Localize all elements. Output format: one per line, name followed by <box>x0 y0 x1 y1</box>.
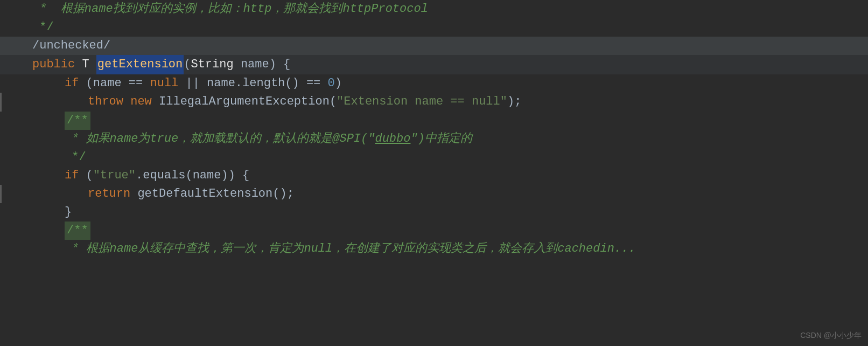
line-9-text: */ <box>65 148 86 167</box>
code-line-2: */ <box>0 18 868 37</box>
param-name: name) { <box>241 56 290 74</box>
code-line-11: return getDefaultExtension(); <box>0 185 868 203</box>
eq-op: == <box>129 74 150 93</box>
equals-call: .equals(name)) { <box>136 167 249 185</box>
keyword-null: null <box>150 74 185 93</box>
keyword-public: public <box>32 56 82 74</box>
if-paren-close: ) <box>335 74 342 93</box>
code-line-8: * 如果name为true，就加载默认的，默认的就是@SPI("dubbo")中… <box>0 130 868 148</box>
code-line-1: * 根据name找到对应的实例，比如：http，那就会找到httpProtoco… <box>0 0 868 18</box>
line-1-text: * 根据name找到对应的实例，比如：http，那就会找到httpProtoco… <box>32 0 428 18</box>
length-call: name.length() <box>207 74 306 93</box>
line-2-text: */ <box>32 18 54 37</box>
return-call: getDefaultExtension(); <box>137 185 293 203</box>
keyword-return: return <box>88 185 137 203</box>
code-line-6: throw new IllegalArgumentException( "Ext… <box>0 93 868 111</box>
true-string: "true" <box>93 167 136 185</box>
javadoc-open-tag: /** <box>65 112 90 130</box>
code-line-10: if ( "true" .equals(name)) { <box>0 167 868 185</box>
return-type: T <box>82 56 96 74</box>
param-type: String <box>191 56 240 74</box>
if-paren-open: (name <box>86 74 129 93</box>
keyword-new: new <box>130 93 159 111</box>
keyword-throw: throw <box>88 93 130 111</box>
if2-paren-open: ( <box>86 167 93 185</box>
code-line-3: /unchecked/ <box>0 37 868 55</box>
throw-semicolon: ); <box>507 93 521 111</box>
or-op: || <box>185 74 207 93</box>
code-line-9: */ <box>0 148 868 167</box>
line-14-text: * 根据name从缓存中查找，第一次，肯定为null，在创建了对应的实现类之后，… <box>65 240 635 258</box>
eq-op2: == <box>306 74 328 93</box>
code-editor: * 根据name找到对应的实例，比如：http，那就会找到httpProtoco… <box>0 0 868 346</box>
watermark: CSDN @小小少年 <box>800 330 862 342</box>
exception-string: "Extension name == null" <box>337 93 507 111</box>
code-line-5: if (name == null || name.length() == 0 ) <box>0 74 868 93</box>
zero: 0 <box>328 74 335 93</box>
code-line-13: /** <box>0 222 868 240</box>
code-line-14: * 根据name从缓存中查找，第一次，肯定为null，在创建了对应的实现类之后，… <box>0 240 868 258</box>
close-brace: } <box>65 203 72 222</box>
exception-class: IllegalArgumentException( <box>159 93 337 111</box>
code-line-4: public T getExtension ( String name) { <box>0 55 868 74</box>
code-line-12: } <box>0 203 868 222</box>
code-line-7: /** <box>0 112 868 130</box>
line-8-text: * 如果name为true，就加载默认的，默认的就是@SPI("dubbo")中… <box>65 130 472 148</box>
method-name-selected: getExtension <box>96 55 184 74</box>
javadoc-open-tag2: /** <box>65 222 90 240</box>
keyword-if: if <box>65 74 86 93</box>
line-3-text: /unchecked/ <box>32 37 110 55</box>
keyword-if2: if <box>65 167 86 185</box>
method-params: ( <box>184 56 191 74</box>
